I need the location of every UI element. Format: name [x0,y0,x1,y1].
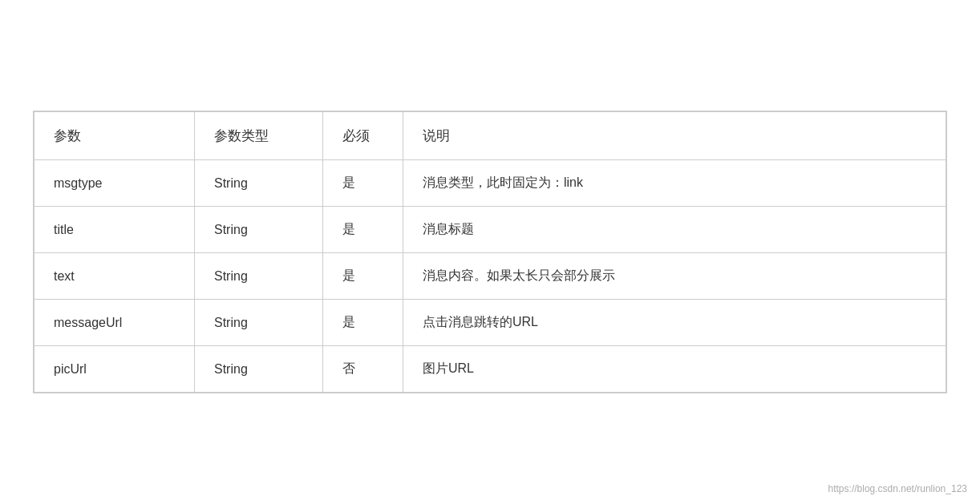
cell-type: String [195,160,323,207]
table-row: textString是消息内容。如果太长只会部分展示 [34,253,946,300]
table-header-row: 参数 参数类型 必须 说明 [34,112,946,160]
watermark: https://blog.csdn.net/runlion_123 [828,483,967,494]
data-table: 参数 参数类型 必须 说明 msgtypeString是消息类型，此时固定为：l… [33,111,947,393]
cell-type: String [195,253,323,300]
cell-required: 否 [323,346,403,393]
cell-param: picUrl [34,346,195,393]
cell-param: text [34,253,195,300]
cell-desc: 消息标题 [403,207,946,253]
cell-required: 是 [323,207,403,253]
header-required: 必须 [323,112,403,160]
cell-desc: 点击消息跳转的URL [403,300,946,346]
cell-desc: 消息内容。如果太长只会部分展示 [403,253,946,300]
cell-type: String [195,346,323,393]
cell-param: messageUrl [34,300,195,346]
cell-required: 是 [323,160,403,207]
cell-param: title [34,207,195,253]
header-param: 参数 [34,112,195,160]
cell-param: msgtype [34,160,195,207]
header-type: 参数类型 [195,112,323,160]
table-row: titleString是消息标题 [34,207,946,253]
cell-required: 是 [323,253,403,300]
cell-required: 是 [323,300,403,346]
cell-type: String [195,207,323,253]
cell-desc: 消息类型，此时固定为：link [403,160,946,207]
header-desc: 说明 [403,112,946,160]
cell-type: String [195,300,323,346]
table-row: messageUrlString是点击消息跳转的URL [34,300,946,346]
table-row: msgtypeString是消息类型，此时固定为：link [34,160,946,207]
table-row: picUrlString否图片URL [34,346,946,393]
cell-desc: 图片URL [403,346,946,393]
